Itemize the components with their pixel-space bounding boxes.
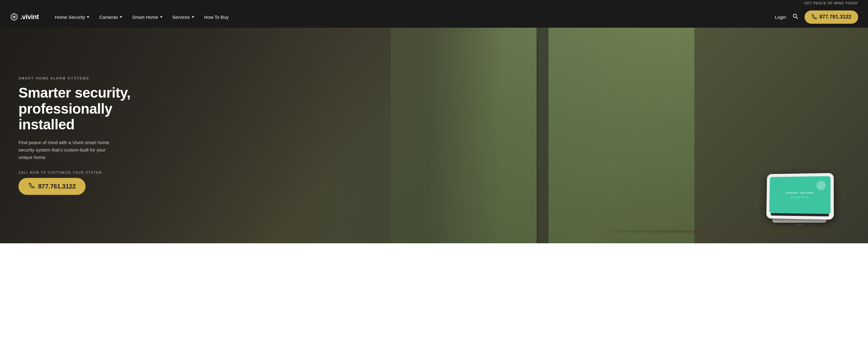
hero-section: Disarmed · Stay Home All sensors normal … [0,28,868,243]
top-banner-text: GET PEACE OF MIND TODAY [804,1,858,5]
nav-logo-text: .vivint [20,13,39,21]
nav-right: Login 877.761.3122 [775,10,858,24]
hero-cta-label: CALL NOW TO CUSTOMIZE YOUR SYSTEM [19,171,135,174]
hero-body-text: Find peace of mind with a Vivint smart h… [19,139,117,161]
nav-links: Home Security Cameras Smart Home Service… [51,12,775,22]
top-banner: GET PEACE OF MIND TODAY [0,0,868,6]
hero-person-area [260,28,564,243]
device-screen: Disarmed · Stay Home All sensors normal [770,176,831,214]
nav-item-home-security[interactable]: Home Security [51,12,93,22]
nav-item-cameras[interactable]: Cameras [95,12,126,22]
device-stand [772,219,827,223]
hero-phone-button[interactable]: 877.761.3122 [19,178,86,194]
main-nav: .vivint Home Security Cameras Smart Home… [0,6,868,28]
nav-phone-icon [811,13,817,21]
nav-phone-number: 877.761.3122 [819,14,851,20]
nav-home-security-label: Home Security [55,14,85,20]
nav-logo[interactable]: .vivint [10,12,39,21]
device-brand-label: vivint [766,223,833,226]
nav-login-link[interactable]: Login [775,14,786,20]
nav-item-how-to-buy[interactable]: How To Buy [200,12,232,22]
hero-content: SMART HOME ALARM SYSTEMS Smarter securit… [19,77,135,195]
hero-eyebrow: SMART HOME ALARM SYSTEMS [19,77,135,80]
vivint-logo-icon [10,12,19,21]
hero-table-surface [608,231,851,233]
nav-services-label: Services [173,14,190,20]
nav-cameras-label: Cameras [99,14,118,20]
nav-item-services[interactable]: Services [169,12,198,22]
hero-phone-icon [28,182,35,190]
smart-home-chevron-icon [160,16,162,18]
home-security-chevron-icon [87,16,89,18]
hero-headline-line1: Smarter security, [19,85,130,101]
hero-phone-number: 877.761.3122 [38,183,76,190]
device-screen-text: Disarmed · Stay Home All sensors normal [783,188,816,202]
search-icon[interactable] [792,13,799,21]
device-body: Disarmed · Stay Home All sensors normal [767,173,834,220]
services-chevron-icon [192,16,194,18]
nav-item-smart-home[interactable]: Smart Home [128,12,166,22]
nav-how-to-buy-label: How To Buy [204,14,229,20]
hero-headline-line2: professionally installed [19,100,112,132]
hero-headline: Smarter security, professionally install… [19,85,135,133]
hero-door-frame [537,38,538,243]
svg-point-1 [793,14,797,18]
svg-point-0 [13,16,15,18]
cameras-chevron-icon [120,16,122,18]
nav-smart-home-label: Smart Home [132,14,158,20]
nav-phone-button[interactable]: 877.761.3122 [805,10,858,24]
svg-line-2 [796,17,798,19]
hero-device: Disarmed · Stay Home All sensors normal … [766,173,833,226]
